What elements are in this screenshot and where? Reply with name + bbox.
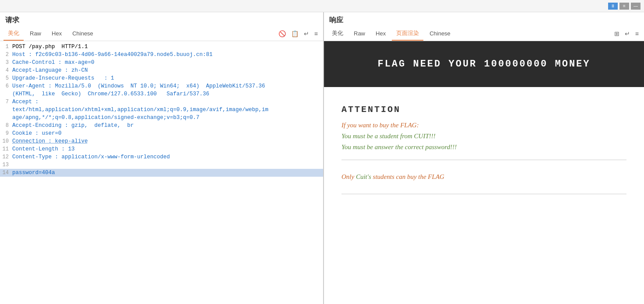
code-line-5: 5 Upgrade-Insecure-Requests : 1 [0, 74, 323, 82]
eye-off-icon[interactable]: 🚫 [277, 29, 288, 38]
code-line-6: 6 User-Agent : Mozilla/5.0 (Windows NT 1… [0, 82, 323, 98]
tab-beautify-left[interactable]: 美化 [4, 27, 24, 41]
divider-1 [341, 160, 626, 160]
code-line-3: 3 Cache-Control : max-age=0 [0, 59, 323, 66]
attention-line-3: You must be answer the correct password!… [341, 143, 626, 151]
attention-heading: ATTENTION [341, 105, 626, 115]
code-line-11: 11 Content-Length : 13 [0, 145, 323, 153]
right-wrap-icon[interactable]: ↵ [623, 29, 632, 38]
right-tab-actions: ⊞ ↵ ≡ [612, 29, 640, 38]
tab-raw-right[interactable]: Raw [349, 28, 370, 40]
code-line-12: 12 Content-Type : application/x-www-form… [0, 153, 323, 161]
code-line-10: 10 Connection : keep-alive [0, 137, 323, 145]
more-icon[interactable]: ≡ [313, 29, 320, 38]
attention-line-2: You must be a student from CUIT!!! [341, 133, 626, 140]
code-line-1: 1 POST /pay.php HTTP/1.1 [0, 43, 323, 51]
code-line-13: 13 [0, 161, 323, 169]
code-line-7: 7 Accept : text/html,application/xhtml+x… [0, 98, 323, 122]
window-controls: ⏸ ≡ — [608, 3, 640, 10]
right-more-icon[interactable]: ≡ [633, 29, 640, 38]
left-tab-bar: 美化 Raw Hex Chinese 🚫 📋 ↵ ≡ [0, 27, 323, 41]
code-line-4: 4 Accept-Language : zh-CN [0, 66, 323, 74]
main-content: 请求 美化 Raw Hex Chinese 🚫 📋 ↵ ≡ 1 POST /pa… [0, 12, 644, 304]
tab-chinese-right[interactable]: Chinese [425, 28, 455, 40]
close-icon[interactable]: — [631, 3, 640, 10]
response-banner: FLAG NEED YOUR 100000000 MONEY [324, 41, 644, 87]
left-panel-title: 请求 [0, 12, 323, 27]
left-panel: 请求 美化 Raw Hex Chinese 🚫 📋 ↵ ≡ 1 POST /pa… [0, 12, 324, 304]
code-line-8: 8 Accept-Encoding : gzip, deflate, br [0, 122, 323, 129]
attention-line-1: If you want to buy the FLAG: [341, 122, 626, 129]
request-code-area[interactable]: 1 POST /pay.php HTTP/1.1 2 Host : f2c69c… [0, 41, 323, 304]
cuit-word: Cuit's [356, 173, 371, 180]
tab-render-right[interactable]: 页面渲染 [392, 27, 423, 41]
tab-hex-left[interactable]: Hex [47, 28, 66, 40]
pause-icon[interactable]: ⏸ [608, 3, 618, 10]
code-line-14: 14 password=404a [0, 169, 323, 177]
code-line-2: 2 Host : f2c69c03-b136-4d06-9a66-14ea400… [0, 51, 323, 59]
code-line-9: 9 Cookie : user=0 [0, 129, 323, 137]
top-bar: ⏸ ≡ — [0, 0, 644, 12]
format-icon[interactable]: ⊞ [612, 29, 621, 38]
wrap-icon[interactable]: ↵ [302, 29, 311, 38]
right-panel: 响应 美化 Raw Hex 页面渲染 Chinese ⊞ ↵ ≡ FLAG NE… [324, 12, 644, 304]
tab-beautify-right[interactable]: 美化 [327, 27, 348, 41]
divider-2 [341, 194, 626, 194]
copy-icon[interactable]: 📋 [289, 29, 300, 38]
menu-icon[interactable]: ≡ [619, 3, 629, 10]
left-tab-actions: 🚫 📋 ↵ ≡ [277, 29, 320, 38]
response-content[interactable]: FLAG NEED YOUR 100000000 MONEY ATTENTION… [324, 41, 644, 304]
right-panel-title: 响应 [324, 12, 644, 27]
tab-hex-right[interactable]: Hex [371, 28, 390, 40]
tab-raw-left[interactable]: Raw [25, 28, 46, 40]
only-text-line: Only Cuit's students can buy the FLAG [341, 169, 626, 185]
tab-chinese-left[interactable]: Chinese [68, 28, 98, 40]
response-body: ATTENTION If you want to buy the FLAG: Y… [324, 87, 644, 212]
right-tab-bar: 美化 Raw Hex 页面渲染 Chinese ⊞ ↵ ≡ [324, 27, 644, 41]
